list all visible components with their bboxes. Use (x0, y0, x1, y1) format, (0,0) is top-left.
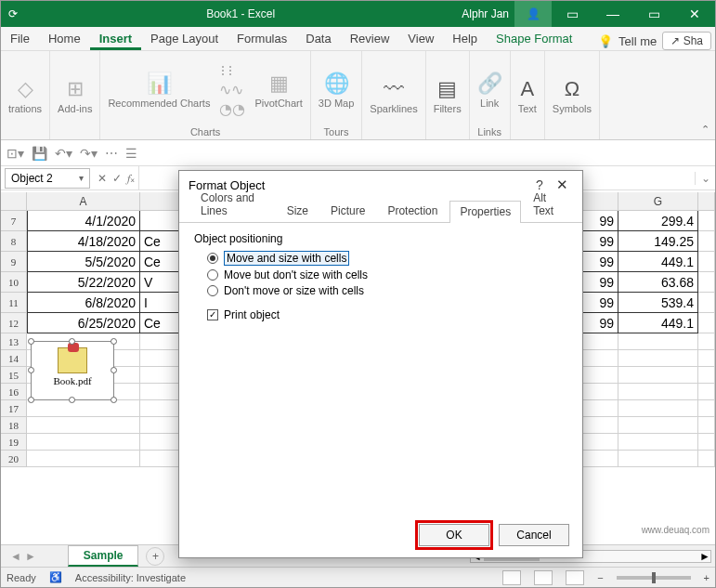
qat-more-icon[interactable]: ⋯ (105, 146, 118, 161)
ok-button[interactable]: OK (419, 524, 489, 546)
cell[interactable]: 299.4 (618, 211, 698, 231)
chart-type-icon[interactable]: ◔◔ (219, 100, 245, 118)
sheet-tab-sample[interactable]: Sample (68, 545, 139, 567)
redo-icon[interactable]: ↷▾ (80, 146, 98, 161)
page-layout-view-button[interactable] (534, 570, 553, 585)
resize-handle[interactable] (111, 397, 117, 403)
cell[interactable]: 63.68 (618, 272, 698, 293)
row-header[interactable]: 13 (1, 333, 27, 350)
cell[interactable]: 4/18/2020 (27, 231, 140, 252)
name-box[interactable]: Object 2 ▾ (5, 168, 90, 189)
sheet-nav-next-icon[interactable]: ► (25, 550, 36, 563)
touch-mode-icon[interactable]: ☰ (125, 146, 137, 161)
resize-handle[interactable] (28, 367, 34, 373)
fx-icon[interactable]: 𝑓ₓ (127, 172, 135, 185)
row-header[interactable]: 11 (1, 293, 27, 313)
minimize-button[interactable]: — (592, 1, 633, 27)
row-header[interactable]: 14 (1, 350, 27, 367)
tab-formulas[interactable]: Formulas (228, 28, 296, 50)
col-header-A[interactable]: A (27, 192, 140, 211)
resize-handle[interactable] (111, 367, 117, 373)
cell[interactable]: 5/5/2020 (27, 252, 140, 272)
dialog-tab-picture[interactable]: Picture (320, 200, 375, 222)
row-header[interactable]: 16 (1, 384, 27, 400)
radio-move-only[interactable]: Move but don't size with cells (207, 268, 567, 281)
tab-insert[interactable]: Insert (90, 28, 141, 50)
resize-handle[interactable] (28, 397, 34, 403)
dialog-tab-size[interactable]: Size (277, 200, 319, 222)
cell[interactable]: 539.4 (618, 293, 698, 313)
tab-help[interactable]: Help (443, 28, 487, 50)
radio-dont-move[interactable]: Don't move or size with cells (207, 284, 567, 297)
tell-me[interactable]: Tell me (618, 34, 657, 48)
ribbon-display-options[interactable]: ▭ (552, 1, 592, 27)
accessibility-icon[interactable]: ♿ (49, 571, 62, 583)
cell[interactable]: Ce (140, 231, 183, 252)
checkbox-print-object[interactable]: ✓ Print object (207, 308, 567, 321)
cell[interactable]: Ce (140, 313, 183, 333)
cell[interactable]: 149.25 (618, 231, 698, 252)
tab-shape-format[interactable]: Shape Format (487, 28, 581, 50)
row-header[interactable]: 18 (1, 417, 27, 434)
row-header[interactable]: 15 (1, 367, 27, 384)
addins-button[interactable]: ⊞Add-ins (58, 77, 92, 114)
cancel-button[interactable]: Cancel (499, 524, 569, 546)
row-header[interactable]: 17 (1, 400, 27, 417)
tab-data[interactable]: Data (296, 28, 340, 50)
tab-review[interactable]: Review (341, 28, 399, 50)
cell[interactable]: 449.1 (618, 252, 698, 272)
cell[interactable] (140, 211, 183, 231)
cell[interactable]: 6/8/2020 (27, 293, 140, 313)
resize-handle[interactable] (69, 397, 75, 403)
row-header[interactable]: 8 (1, 231, 27, 252)
radio-move-size[interactable]: Move and size with cells (207, 251, 567, 266)
expand-formula-bar-icon[interactable]: ⌄ (695, 172, 715, 185)
dialog-tab-protection[interactable]: Protection (377, 200, 448, 222)
cell[interactable]: V (140, 272, 183, 293)
page-break-view-button[interactable] (566, 570, 584, 585)
share-button[interactable]: ↗ Sha (662, 32, 711, 50)
row-header[interactable]: 20 (1, 451, 27, 467)
save-icon[interactable]: 💾 (32, 146, 47, 161)
cell[interactable]: 6/25/2020 (27, 313, 140, 333)
row-header[interactable]: 10 (1, 272, 27, 293)
cell[interactable]: I (140, 293, 183, 313)
cell[interactable]: 449.1 (618, 313, 698, 333)
resize-handle[interactable] (111, 338, 117, 345)
filters-button[interactable]: ▤Filters (434, 77, 462, 114)
row-header[interactable]: 9 (1, 252, 27, 272)
cell[interactable]: 4/1/2020 (27, 211, 140, 231)
col-header-G[interactable]: G (618, 192, 698, 211)
zoom-slider[interactable] (617, 576, 691, 580)
row-header[interactable]: 12 (1, 313, 27, 333)
chart-type-icon[interactable]: ∿∿ (219, 81, 245, 98)
accessibility-status[interactable]: Accessibility: Investigate (75, 572, 186, 583)
account-name[interactable]: Alphr Jan (456, 7, 514, 20)
recommended-charts-button[interactable]: 📊Recommended Charts (108, 72, 210, 109)
col-header[interactable] (140, 192, 183, 211)
dialog-tab-colors[interactable]: Colors and Lines (190, 187, 275, 222)
close-button[interactable]: ✕ (674, 1, 715, 27)
link-button[interactable]: 🔗Link (477, 72, 502, 109)
sparklines-button[interactable]: 〰Sparklines (370, 77, 417, 114)
maximize-button[interactable]: ▭ (633, 1, 674, 27)
normal-view-button[interactable] (502, 570, 521, 585)
tab-page-layout[interactable]: Page Layout (141, 28, 228, 50)
zoom-out-icon[interactable]: − (597, 572, 603, 583)
symbols-button[interactable]: ΩSymbols (553, 77, 592, 114)
cancel-formula-icon[interactable]: ✕ (98, 172, 107, 185)
text-button[interactable]: AText (518, 77, 537, 114)
illustrations-button[interactable]: ◇trations (8, 77, 42, 114)
row-header[interactable]: 7 (1, 211, 27, 231)
tab-file[interactable]: File (1, 28, 39, 50)
col-header[interactable] (698, 192, 715, 211)
collapse-ribbon-icon[interactable]: ⌃ (701, 124, 709, 136)
new-sheet-button[interactable]: + (146, 547, 164, 566)
dialog-tab-alttext[interactable]: Alt Text (523, 187, 571, 222)
select-all[interactable] (1, 192, 27, 211)
resize-handle[interactable] (69, 338, 75, 345)
embedded-object[interactable]: Book.pdf (31, 341, 114, 400)
cell[interactable]: 5/22/2020 (27, 272, 140, 293)
3dmap-button[interactable]: 🌐3D Map (319, 72, 355, 109)
undo-icon[interactable]: ↶▾ (55, 146, 72, 161)
